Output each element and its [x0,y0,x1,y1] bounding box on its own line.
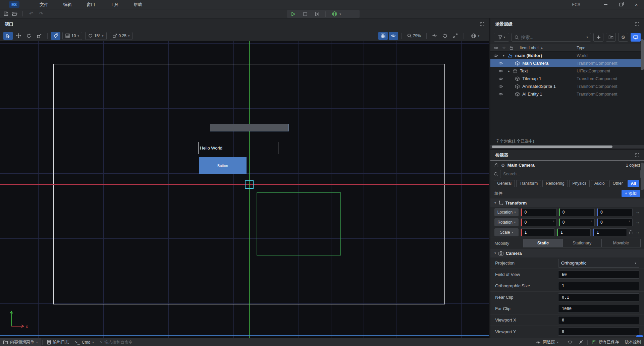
fullscreen-button[interactable] [451,32,460,40]
scene-view-toggle-button[interactable] [631,33,641,42]
chevron-right-icon[interactable]: ▸ [508,69,510,73]
hierarchy-row-ai-entity[interactable]: AI Entity 1 TransformComponent [490,90,644,98]
play-button[interactable] [287,10,299,18]
save-status[interactable]: 所有已保存 [589,338,622,346]
orthographic-size-input[interactable]: 1 [558,282,639,290]
eye-icon[interactable] [498,61,503,66]
restore-button[interactable] [613,0,629,9]
rotation-x-input[interactable]: 0° [521,218,556,226]
grid-snap-dropdown[interactable]: 10 ▾ [62,32,82,40]
hierarchy-row-tilemap[interactable]: Tilemap 1 TransformComponent [490,75,644,82]
hierarchy-expand-button[interactable] [635,22,639,26]
far-clip-input[interactable]: 1000 [558,305,639,313]
mobility-movable[interactable]: Movable [601,239,641,247]
rotation-z-input[interactable]: 0° [597,218,633,226]
select-tool-button[interactable] [3,32,13,40]
mobility-stationary[interactable]: Stationary [562,239,602,247]
menu-help[interactable]: 帮助 [126,0,150,9]
type-column[interactable]: Type [577,46,585,50]
rotate-snap-dropdown[interactable]: 15° ▾ [85,32,107,40]
location-x-input[interactable]: 0 [521,208,556,216]
undo-button[interactable]: ↶ [28,11,35,17]
scale-tool-button[interactable] [35,32,44,40]
eye-column-icon[interactable] [494,46,498,50]
menu-tools[interactable]: 工具 [103,0,126,9]
reset-view-button[interactable] [440,32,450,40]
cmd-dropdown[interactable]: >_ Cmd ▾ [72,338,97,346]
scale-dropdown[interactable]: Scale ▾ [494,228,519,236]
trace-dropdown[interactable]: 回追踪 ▾ [533,338,561,346]
hierarchy-hscrollbar[interactable] [490,145,644,149]
redo-button[interactable]: ↷ [38,11,45,17]
link-axes-icon[interactable]: ↔ [635,220,641,225]
scene-text-object[interactable]: Hello World [198,142,278,154]
show-grid-button[interactable] [378,32,388,40]
stats-button[interactable] [430,32,439,40]
item-label-column[interactable]: Item Label [520,46,538,50]
rotation-dropdown[interactable]: Rotation ▾ [494,218,519,226]
add-entity-button[interactable] [593,33,603,42]
viewport-expand-button[interactable] [480,22,484,26]
version-control-button[interactable]: 版本控制 [622,338,644,346]
minimize-button[interactable] [598,0,613,9]
new-folder-button[interactable] [606,33,616,42]
chevron-down-icon[interactable]: ▾ [503,54,504,57]
hierarchy-row-text[interactable]: ▸ Text UITextComponent [490,67,644,75]
scene-region-object[interactable] [257,192,341,255]
star-column-icon[interactable]: ☆ [502,46,506,50]
console-command-input[interactable]: > 输入控制台命令 [97,338,136,346]
remote-connect-button[interactable] [576,338,586,346]
link-axes-icon[interactable]: ↔ [635,230,641,235]
hierarchy-row-main[interactable]: ▾ main (Editor) World [490,52,644,59]
viewport-x-input[interactable]: 0 [558,316,639,324]
eye-icon[interactable] [498,69,503,73]
gear-icon[interactable]: ⚙ [501,163,505,168]
scale-y-input[interactable]: 1 [557,228,591,236]
near-clip-input[interactable]: 0.1 [558,293,639,301]
rotation-y-input[interactable]: 0° [559,218,595,226]
location-z-input[interactable]: 0 [597,208,633,216]
menu-file[interactable]: 文件 [32,0,56,9]
eye-icon[interactable] [498,84,503,89]
filter-button[interactable]: ▾ [494,33,509,42]
tab-other[interactable]: Other [609,180,626,187]
menu-edit[interactable]: 编辑 [56,0,79,9]
stop-button[interactable] [299,10,311,18]
field-of-view-input[interactable]: 60 [558,271,639,279]
tab-general[interactable]: General [494,180,515,187]
transform-section-header[interactable]: ▾ Transform [490,198,644,207]
scene-canvas[interactable]: Hello World Button x [0,41,489,338]
inspector-hscrollbar-thumb[interactable] [636,335,643,337]
scale-snap-dropdown[interactable]: 0.25 ▾ [110,32,133,40]
save-button[interactable] [3,11,9,16]
location-dropdown[interactable]: Location ▾ [494,208,519,216]
hierarchy-search[interactable]: ▾ [512,33,591,42]
hierarchy-search-input[interactable] [521,35,584,40]
tab-physics[interactable]: Physics [569,180,590,187]
move-tool-button[interactable] [14,32,23,40]
visibility-button[interactable] [389,32,398,40]
lock-column-icon[interactable] [509,46,513,50]
projection-select[interactable]: Orthographic ▾ [558,259,639,268]
scale-z-input[interactable]: 1 [593,228,627,236]
tab-transform[interactable]: Transform [516,180,541,187]
snap-toggle-button[interactable] [51,32,60,40]
add-component-button[interactable]: + 添加 [622,190,640,197]
hierarchy-vscrollbar[interactable] [641,39,644,70]
step-button[interactable] [311,10,323,18]
open-project-button[interactable] [12,11,17,16]
tab-all[interactable]: All [628,180,639,187]
tab-rendering[interactable]: Rendering [542,180,568,187]
scrollbar-thumb[interactable] [492,146,612,148]
output-log-button[interactable]: 输出日志 [44,338,72,346]
inspector-search-input[interactable] [503,172,638,176]
rotate-tool-button[interactable] [24,32,34,40]
launch-mode-dropdown[interactable]: ▾ [328,10,345,18]
inspector-expand-button[interactable] [635,153,639,157]
tab-audio[interactable]: Audio [591,180,608,187]
zoom-level[interactable]: 79% [405,34,423,38]
eye-icon[interactable] [498,92,503,97]
hierarchy-row-main-camera[interactable]: Main Camera TransformComponent [490,59,644,67]
scale-x-input[interactable]: 1 [521,228,555,236]
camera-section-header[interactable]: ▾ Camera [490,249,644,257]
